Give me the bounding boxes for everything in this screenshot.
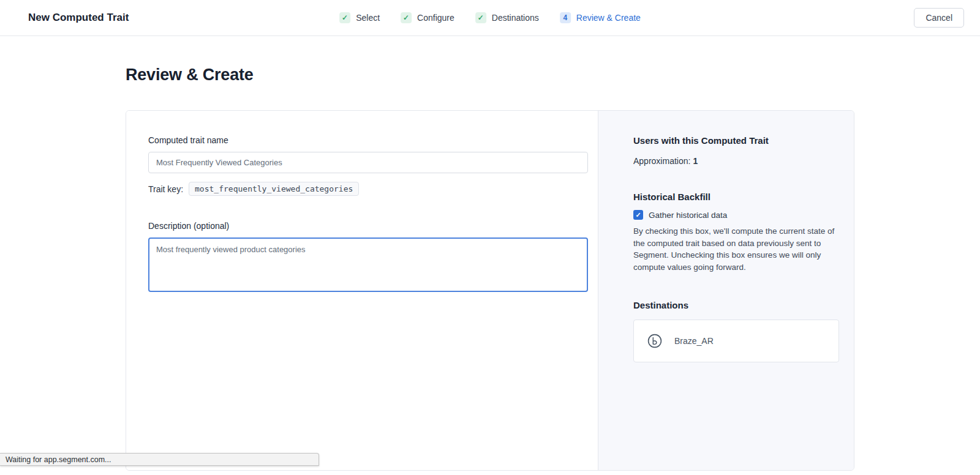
approximation-value: 1 — [693, 156, 698, 166]
backfill-description: By checking this box, we'll compute the … — [633, 225, 835, 273]
step-select[interactable]: ✓ Select — [339, 12, 380, 23]
top-bar: New Computed Trait ✓ Select ✓ Configure … — [0, 0, 980, 36]
browser-status-bubble: Waiting for app.segment.com... — [0, 453, 319, 466]
approximation-row: Approximation:1 — [633, 156, 839, 166]
checkbox-checked-icon[interactable]: ✓ — [633, 210, 643, 220]
step-configure[interactable]: ✓ Configure — [401, 12, 454, 23]
historical-backfill-heading: Historical Backfill — [633, 192, 839, 202]
step-review-create[interactable]: 4 Review & Create — [560, 12, 641, 23]
users-heading: Users with this Computed Trait — [633, 135, 839, 146]
step-complete-check-icon: ✓ — [401, 12, 412, 23]
trait-key-value-chip: most_frequently_viewed_categories — [189, 182, 359, 196]
step-number-badge: 4 — [560, 12, 571, 23]
main-content: Review & Create Computed trait name Trai… — [126, 36, 854, 471]
status-text: Waiting for app.segment.com... — [6, 455, 111, 464]
gather-historical-data-label: Gather historical data — [649, 211, 727, 220]
approximation-label: Approximation: — [633, 156, 690, 166]
trait-key-row: Trait key: most_frequently_viewed_catego… — [148, 182, 588, 196]
destinations-heading: Destinations — [633, 300, 839, 310]
summary-panel: Users with this Computed Trait Approxima… — [598, 111, 854, 470]
trait-form-panel: Computed trait name Trait key: most_freq… — [126, 111, 598, 470]
step-complete-check-icon: ✓ — [339, 12, 350, 23]
review-card: Computed trait name Trait key: most_freq… — [126, 110, 854, 471]
step-destinations[interactable]: ✓ Destinations — [475, 12, 539, 23]
step-label: Destinations — [492, 13, 539, 23]
wizard-stepper: ✓ Select ✓ Configure ✓ Destinations 4 Re… — [339, 12, 641, 23]
description-textarea[interactable]: Most frequently viewed product categorie… — [148, 238, 588, 292]
cancel-button[interactable]: Cancel — [914, 8, 964, 28]
destination-card[interactable]: Braze_AR — [633, 320, 839, 362]
trait-key-label: Trait key: — [148, 184, 183, 194]
braze-icon — [647, 334, 662, 348]
page-title: Review & Create — [126, 36, 854, 84]
trait-name-label: Computed trait name — [148, 135, 588, 145]
trait-name-input[interactable] — [148, 152, 588, 173]
window-title: New Computed Trait — [28, 12, 129, 24]
step-complete-check-icon: ✓ — [475, 12, 486, 23]
destination-name: Braze_AR — [674, 336, 714, 346]
step-label: Select — [356, 13, 380, 23]
description-label: Description (optional) — [148, 221, 588, 231]
gather-historical-data-checkbox-row[interactable]: ✓ Gather historical data — [633, 210, 839, 220]
step-label: Review & Create — [576, 13, 641, 23]
step-label: Configure — [417, 13, 454, 23]
